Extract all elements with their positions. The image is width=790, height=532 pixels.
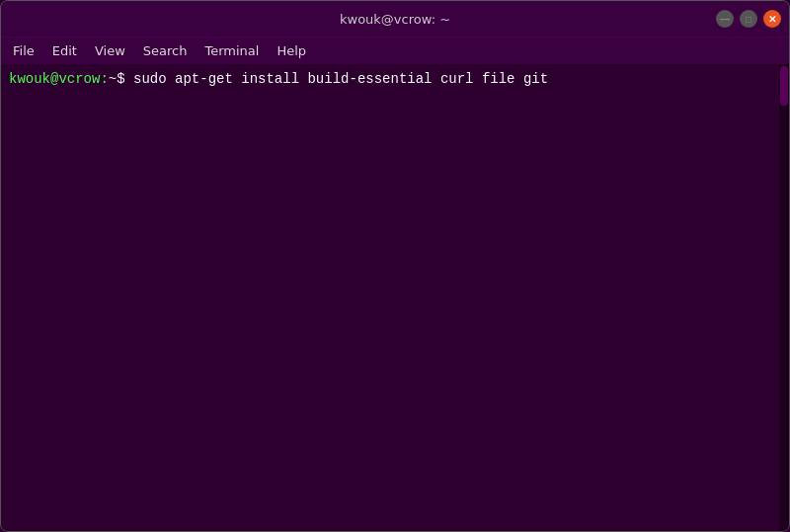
menu-edit[interactable]: Edit [44,40,85,61]
prompt-tilde: ~ [109,70,117,90]
terminal-body[interactable]: kwouk@vcrow:~$ sudo apt-get install buil… [1,64,789,531]
minimize-icon [720,14,730,25]
titlebar: kwouk@vcrow: ~ [1,1,789,37]
menu-view[interactable]: View [87,40,133,61]
maximize-button[interactable] [740,10,757,28]
scrollbar[interactable] [779,64,789,531]
scrollbar-thumb [780,66,788,106]
terminal-command: sudo apt-get install build-essential cur… [125,70,548,90]
menu-terminal[interactable]: Terminal [197,40,267,61]
maximize-icon [746,14,751,25]
window-title: kwouk@vcrow: ~ [340,12,450,27]
menu-file[interactable]: File [5,40,42,61]
window-controls [716,10,781,28]
terminal-line: kwouk@vcrow:~$ sudo apt-get install buil… [9,70,781,90]
menu-help[interactable]: Help [269,40,314,61]
prompt-user: kwouk@vcrow: [9,70,109,90]
menubar: File Edit View Search Terminal Help [1,37,789,64]
close-button[interactable] [763,10,781,28]
close-icon [768,13,776,25]
menu-search[interactable]: Search [135,40,196,61]
prompt-dollar: $ [117,70,124,90]
terminal-window: kwouk@vcrow: ~ File Edit View Search Ter… [0,0,790,532]
minimize-button[interactable] [716,10,734,28]
